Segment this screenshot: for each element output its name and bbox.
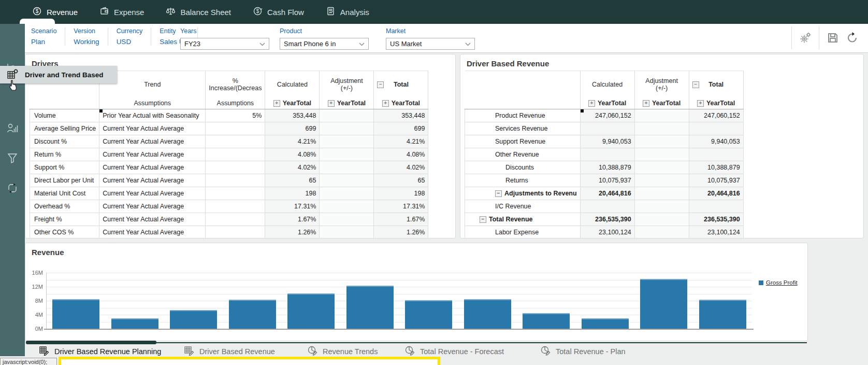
adjustment-cell[interactable]	[634, 187, 689, 200]
calculated-cell[interactable]: 9,940,053	[580, 135, 634, 148]
row-header[interactable]: Support Revenue	[465, 135, 581, 148]
trend-cell[interactable]: Current Year Actual Average	[99, 122, 206, 135]
nav-tab-balance-sheet[interactable]: Balance Sheet	[166, 6, 231, 18]
calculated-cell[interactable]	[580, 122, 634, 135]
row-header[interactable]: Labor Expense	[465, 226, 581, 238]
calculated-cell[interactable]: 4.02%	[265, 161, 320, 174]
total-cell[interactable]	[689, 148, 743, 161]
nav-tab-analysis[interactable]: Analysis	[326, 6, 369, 18]
chart-legend[interactable]: Gross Profit	[759, 279, 798, 286]
row-header[interactable]: Volume	[30, 109, 99, 122]
adjustment-cell[interactable]	[634, 109, 689, 122]
calculated-cell[interactable]: 20,464,816	[580, 187, 634, 200]
row-header[interactable]: Discount %	[30, 135, 99, 148]
pct-cell[interactable]	[206, 122, 265, 135]
adjustment-cell[interactable]	[634, 148, 689, 161]
trend-cell[interactable]: Current Year Actual Average	[99, 135, 206, 148]
total-cell[interactable]: 198	[374, 187, 428, 200]
adjustment-cell[interactable]	[320, 226, 374, 238]
bottom-tab-revenue-trends[interactable]: Revenue Trends	[307, 345, 378, 357]
calculated-cell[interactable]: 198	[265, 187, 320, 200]
expand-icon[interactable]: +	[697, 100, 704, 107]
row-header[interactable]: Overhead %	[30, 200, 99, 213]
save-icon[interactable]	[827, 32, 839, 44]
row-header[interactable]: −Total Revenue	[465, 213, 581, 226]
market-select[interactable]: US Market	[386, 38, 475, 50]
years-select[interactable]: FY23	[180, 38, 269, 50]
adjustment-cell[interactable]	[634, 174, 689, 187]
total-cell[interactable]	[689, 122, 743, 135]
adjustment-cell[interactable]	[634, 226, 689, 238]
total-cell[interactable]: 236,535,390	[689, 213, 743, 226]
adjustment-cell[interactable]	[320, 148, 374, 161]
adjustment-cell[interactable]	[320, 200, 374, 213]
total-cell[interactable]: 65	[374, 174, 428, 187]
trend-cell[interactable]: Current Year Actual Average	[99, 174, 206, 187]
horizontal-scroll-thumb[interactable]	[26, 341, 156, 344]
pct-cell[interactable]	[206, 135, 265, 148]
calculated-cell[interactable]: 4.08%	[265, 148, 320, 161]
adjustment-cell[interactable]	[320, 135, 374, 148]
pct-cell[interactable]: 5%	[206, 109, 265, 122]
adjustment-cell[interactable]	[320, 187, 374, 200]
expand-icon[interactable]: +	[273, 100, 280, 107]
row-header[interactable]: Other COS %	[30, 226, 99, 238]
trend-cell[interactable]: Prior Year Actual with Seasonality	[99, 109, 206, 122]
pct-cell[interactable]	[206, 213, 265, 226]
total-cell[interactable]: 353,448	[374, 109, 428, 122]
bottom-tab-driver-based-revenue[interactable]: Driver Based Revenue	[184, 345, 275, 357]
adjustment-cell[interactable]	[320, 174, 374, 187]
row-header[interactable]: Returns	[465, 174, 581, 187]
product-select[interactable]: Smart Phone 6 in	[280, 38, 369, 50]
total-cell[interactable]: 1.26%	[374, 226, 428, 238]
pov-value-link[interactable]: Plan	[31, 38, 56, 46]
adjustment-cell[interactable]	[634, 213, 689, 226]
calculated-cell[interactable]	[580, 200, 634, 213]
total-cell[interactable]: 699	[374, 122, 428, 135]
adjustment-cell[interactable]	[634, 122, 689, 135]
row-header[interactable]: −Adjustments to Revenu	[465, 187, 581, 200]
collapse-icon[interactable]: −	[495, 190, 502, 197]
nav-tab-revenue[interactable]: $Revenue	[32, 6, 78, 18]
bottom-tab-driver-based-revenue-planning[interactable]: Driver Based Revenue Planning	[39, 345, 161, 357]
settings-icon[interactable]	[799, 32, 812, 44]
pct-cell[interactable]	[206, 200, 265, 213]
adjustment-cell[interactable]	[634, 135, 689, 148]
bottom-tab-total-revenue-forecast[interactable]: Total Revenue - Forecast	[404, 345, 504, 357]
row-header[interactable]: Services Revenue	[465, 122, 581, 135]
row-header[interactable]: I/C Revenue	[465, 200, 581, 213]
adjustment-cell[interactable]	[320, 213, 374, 226]
row-header[interactable]: Discounts	[465, 161, 581, 174]
collapse-icon[interactable]: −	[692, 81, 699, 88]
total-cell[interactable]: 23,100,124	[689, 226, 743, 238]
adjustment-cell[interactable]	[320, 122, 374, 135]
nav-tab-expense[interactable]: Expense	[99, 6, 144, 18]
total-cell[interactable]: 4.02%	[374, 161, 428, 174]
trend-cell[interactable]: Current Year Actual Average	[99, 148, 206, 161]
adjustment-cell[interactable]	[634, 161, 689, 174]
row-header[interactable]: Direct Labor per Unit	[30, 174, 99, 187]
pct-cell[interactable]	[206, 187, 265, 200]
sidebar-item-flow-icon[interactable]	[0, 179, 25, 197]
calculated-cell[interactable]: 699	[265, 122, 320, 135]
calculated-cell[interactable]: 10,388,879	[580, 161, 634, 174]
total-cell[interactable]: 10,388,879	[689, 161, 743, 174]
total-cell[interactable]: 4.21%	[374, 135, 428, 148]
pov-value-link[interactable]: Working	[74, 38, 99, 46]
total-cell[interactable]	[689, 200, 743, 213]
row-header[interactable]: Return %	[30, 148, 99, 161]
calculated-cell[interactable]: 353,448	[265, 109, 320, 122]
pct-cell[interactable]	[206, 174, 265, 187]
calculated-cell[interactable]: 17.31%	[265, 200, 320, 213]
expand-icon[interactable]: +	[382, 100, 389, 107]
total-cell[interactable]: 10,075,937	[689, 174, 743, 187]
total-cell[interactable]: 20,464,816	[689, 187, 743, 200]
trend-cell[interactable]: Current Year Actual Average	[99, 200, 206, 213]
trend-cell[interactable]: Current Year Actual Average	[99, 161, 206, 174]
total-cell[interactable]: 1.67%	[374, 213, 428, 226]
row-header[interactable]: Other Revenue	[465, 148, 581, 161]
expand-icon[interactable]: +	[588, 100, 595, 107]
calculated-cell[interactable]: 4.21%	[265, 135, 320, 148]
bottom-tab-total-revenue-plan[interactable]: Total Revenue - Plan	[540, 345, 626, 357]
calculated-cell[interactable]: 1.67%	[265, 213, 320, 226]
